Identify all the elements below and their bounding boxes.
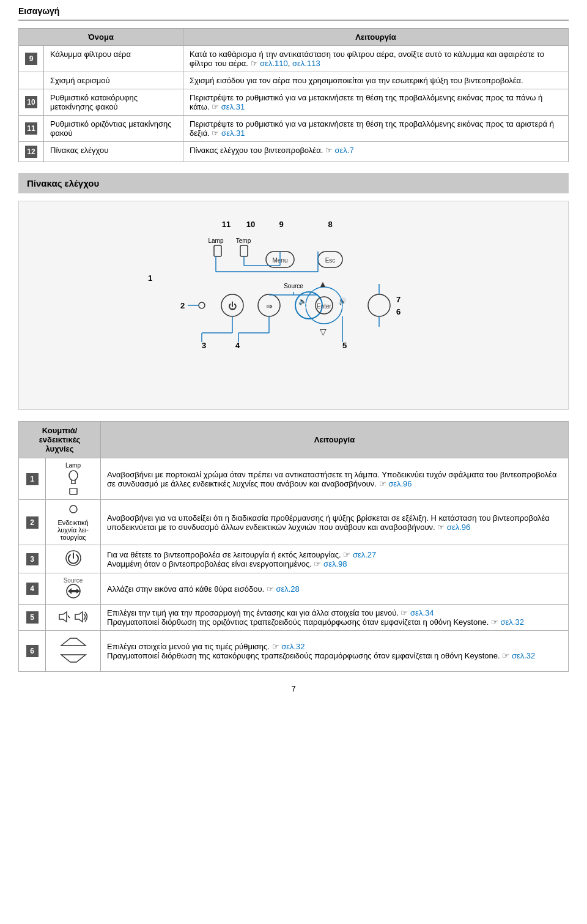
row-icon (46, 631, 101, 672)
svg-text:⇒: ⇒ (266, 302, 273, 311)
row-icon (46, 545, 101, 573)
row-desc: Περιστρέψτε το ρυθμιστικό για να μετακιν… (183, 116, 569, 142)
row-num: 11 (19, 116, 44, 142)
row-icon: Lamp (46, 458, 101, 500)
svg-text:Esc: Esc (325, 257, 336, 264)
page-header: Εισαγωγή (18, 0, 569, 21)
row-num (19, 72, 44, 89)
svg-text:▽: ▽ (320, 327, 327, 337)
source-icon (64, 584, 83, 598)
svg-text:4: 4 (235, 341, 240, 350)
table-row: Σχισμή αερισμού Σχισμή εισόδου για τον α… (19, 72, 569, 89)
svg-text:6: 6 (396, 307, 401, 316)
svg-text:Source: Source (284, 283, 303, 289)
svg-text:2: 2 (180, 301, 185, 310)
svg-rect-8 (240, 245, 248, 256)
svg-text:Temp: Temp (236, 237, 251, 244)
page-number: 7 (18, 684, 569, 693)
section-heading: Πίνακας ελέγχου (18, 173, 569, 193)
svg-text:5: 5 (342, 341, 347, 350)
row-desc: Επιλέγει στοιχεία μενού για τις τιμές ρύ… (101, 631, 569, 672)
row-num: 5 (19, 605, 46, 631)
table-row: 6 Επιλέγει στοιχεία μενού για τις τιμές … (19, 631, 569, 672)
control-panel-diagram: 11 10 9 8 Lamp Temp 1 Menu Esc Source 2 … (18, 201, 569, 410)
header-title: Εισαγωγή (18, 6, 59, 16)
svg-line-63 (68, 616, 70, 618)
table-row: 2 Ενδεικτική λυχνία λει­τουργίας Αναβοσβ… (19, 500, 569, 545)
row-name: Κάλυμμα φίλτρου αέρα (44, 46, 183, 72)
svg-marker-66 (61, 655, 86, 662)
svg-text:1: 1 (148, 274, 152, 283)
row-desc: Αναβοσβήνει με πορτοκαλί χρώμα όταν πρέπ… (101, 458, 569, 500)
svg-marker-65 (61, 638, 86, 646)
row-num: 10 (19, 89, 44, 116)
row-num: 4 (19, 573, 46, 605)
svg-marker-62 (59, 612, 67, 622)
row-num: 2 (19, 500, 46, 545)
row-name: Σχισμή αερισμού (44, 72, 183, 89)
svg-text:⏻: ⏻ (228, 301, 237, 311)
svg-text:Enter: Enter (317, 303, 332, 310)
svg-text:9: 9 (279, 220, 283, 229)
bottom-info-table: Κουμπιά/ενδεικτικές λυχνίες Λειτουργία 1… (18, 421, 569, 672)
row-icon: Ενδεικτική λυχνία λει­τουργίας (46, 500, 101, 545)
volume-icon (58, 609, 89, 624)
keystone-icon (58, 635, 89, 649)
row-desc: Σχισμή εισόδου για τον αέρα που χρησιμοπ… (183, 72, 569, 89)
svg-point-54 (69, 471, 78, 480)
table-row: 10 Ρυθμιστικό κατακό­ρυφης μετακίνησης φ… (19, 89, 569, 116)
svg-text:◁: ◁ (301, 300, 308, 310)
svg-rect-58 (70, 488, 77, 494)
row-icon: Source (46, 573, 101, 605)
row-desc: Πίνακας ελέγχου του βιντεοπροβολέα. ☞ σε… (183, 142, 569, 162)
svg-text:▷: ▷ (339, 300, 346, 310)
svg-text:10: 10 (246, 220, 255, 229)
svg-point-26 (368, 294, 390, 316)
row-num: 3 (19, 545, 46, 573)
svg-point-15 (199, 302, 205, 308)
row-num: 12 (19, 142, 44, 162)
row-desc: Επιλέγει την τιμή για την προσαρμογή της… (101, 605, 569, 631)
table-row: 3 Για να θέτετε το βιντεοπροβολέα σε λει… (19, 545, 569, 573)
col-name-header: Όνομα (19, 29, 183, 46)
row-desc: Αναβοσβήνει για να υποδείξει ότι η διαδι… (101, 500, 569, 545)
table-row: 1 Lamp Αναβοσβήνει με πορτοκαλί χρώμ (19, 458, 569, 500)
svg-text:7: 7 (396, 295, 401, 304)
svg-text:8: 8 (328, 220, 332, 229)
row-desc: Για να θέτετε το βιντεοπροβολέα σε λειτο… (101, 545, 569, 573)
row-num: 9 (19, 46, 44, 72)
diagram-svg: 11 10 9 8 Lamp Temp 1 Menu Esc Source 2 … (104, 214, 483, 397)
table-row: 5 Επιλέγει την τιμή για την προσαρμογή τ… (19, 605, 569, 631)
row-name: Πίνακας ελέγχου (44, 142, 183, 162)
row-desc: Κατά το καθάρισμα ή την αντικατάσταση το… (183, 46, 569, 72)
svg-text:Lamp: Lamp (208, 237, 223, 244)
table-row: 9 Κάλυμμα φίλτρου αέρα Κατά το καθάρισμα… (19, 46, 569, 72)
row-num: 1 (19, 458, 46, 500)
svg-point-59 (70, 505, 77, 513)
row-name: Ρυθμιστικό κατακό­ρυφης μετακίνησης φακο… (44, 89, 183, 116)
row-name: Ρυθμιστικό οριζό­ντιας μετακίνησης φακού (44, 116, 183, 142)
row-icon (46, 605, 101, 631)
bottom-col1-header: Κουμπιά/ενδεικτικές λυχνίες (19, 422, 101, 458)
table-row: 12 Πίνακας ελέγχου Πίνακας ελέγχου του β… (19, 142, 569, 162)
svg-text:3: 3 (202, 341, 206, 350)
table-row: 4 Source Αλλάζει στην εικόνα από κάθε θύ… (19, 573, 569, 605)
top-info-table: Όνομα Λειτουργία 9 Κάλυμμα φίλτρου αέρα … (18, 28, 569, 162)
row-num: 6 (19, 631, 46, 672)
col-func-header: Λειτουργία (183, 29, 569, 46)
row-desc: Αλλάζει στην εικόνα από κάθε θύρα εισόδο… (101, 573, 569, 605)
svg-text:11: 11 (222, 220, 231, 229)
svg-marker-64 (75, 612, 83, 622)
bottom-col2-header: Λειτουργία (101, 422, 569, 458)
row-desc: Περιστρέψτε το ρυθμιστικό για να μετακιν… (183, 89, 569, 116)
svg-text:▲: ▲ (319, 279, 327, 289)
power-icon (64, 549, 83, 567)
svg-rect-7 (214, 245, 221, 256)
table-row: 11 Ρυθμιστικό οριζό­ντιας μετακίνησης φα… (19, 116, 569, 142)
